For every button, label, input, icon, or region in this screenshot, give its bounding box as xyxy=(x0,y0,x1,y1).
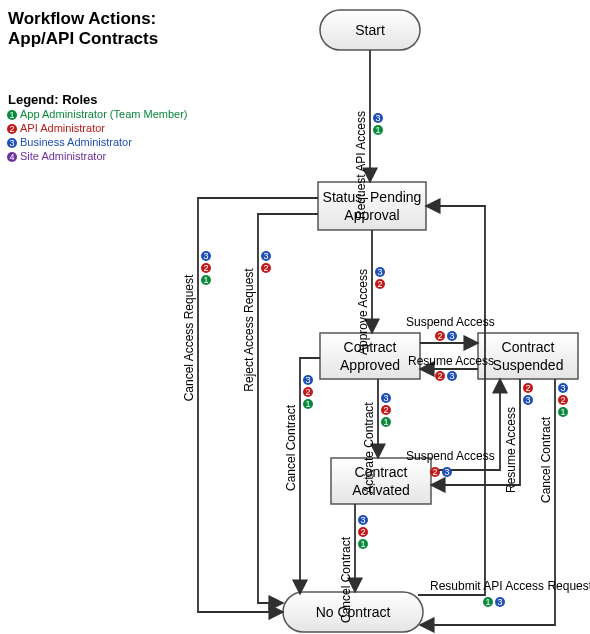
svg-text:Start: Start xyxy=(355,22,385,38)
svg-text:3: 3 xyxy=(497,597,502,607)
legend-item: 3Business Administrator xyxy=(7,136,132,148)
edge-label: Cancel Access Request321 xyxy=(182,251,211,401)
edge-label: Resume Access23 xyxy=(504,383,533,493)
svg-text:3: 3 xyxy=(360,515,365,525)
svg-text:Site Administrator: Site Administrator xyxy=(20,150,107,162)
svg-text:4: 4 xyxy=(9,152,14,162)
diagram-title: Workflow Actions: App/API Contracts xyxy=(8,9,158,48)
svg-text:3: 3 xyxy=(263,251,268,261)
svg-text:1: 1 xyxy=(305,399,310,409)
svg-text:2: 2 xyxy=(432,467,437,477)
svg-text:3: 3 xyxy=(305,375,310,385)
svg-text:Suspend Access: Suspend Access xyxy=(406,315,495,329)
svg-text:2: 2 xyxy=(525,383,530,393)
svg-text:1: 1 xyxy=(9,110,14,120)
svg-text:Contract: Contract xyxy=(502,339,555,355)
legend-item: 1App Administrator (Team Member) xyxy=(7,108,188,120)
svg-text:2: 2 xyxy=(203,263,208,273)
svg-text:App/API Contracts: App/API Contracts xyxy=(8,29,158,48)
node-pending-approval: Status: Pending Approval xyxy=(318,182,426,230)
svg-text:2: 2 xyxy=(9,124,14,134)
svg-text:Resume Access: Resume Access xyxy=(504,407,518,493)
svg-text:3: 3 xyxy=(560,383,565,393)
svg-text:Workflow Actions:: Workflow Actions: xyxy=(8,9,156,28)
svg-text:2: 2 xyxy=(263,263,268,273)
svg-text:Cancel Contract: Cancel Contract xyxy=(539,416,553,503)
node-contract-activated: Contract Activated xyxy=(331,458,431,504)
svg-text:1: 1 xyxy=(360,539,365,549)
svg-text:Resume Access: Resume Access xyxy=(408,354,494,368)
edge-label: Cancel Contract321 xyxy=(539,383,568,503)
node-contract-approved: Contract Approved xyxy=(320,333,420,379)
svg-text:API Administrator: API Administrator xyxy=(20,122,105,134)
svg-text:3: 3 xyxy=(449,331,454,341)
svg-text:2: 2 xyxy=(383,405,388,415)
svg-text:Reject Access Request: Reject Access Request xyxy=(242,268,256,392)
svg-text:No Contract: No Contract xyxy=(316,604,391,620)
edge-resubmit xyxy=(418,206,485,595)
svg-text:1: 1 xyxy=(485,597,490,607)
svg-text:2: 2 xyxy=(437,371,442,381)
svg-text:2: 2 xyxy=(305,387,310,397)
svg-text:2: 2 xyxy=(560,395,565,405)
svg-text:Approval: Approval xyxy=(344,207,399,223)
legend-item: 2API Administrator xyxy=(7,122,105,134)
svg-text:App Administrator (Team Member: App Administrator (Team Member) xyxy=(20,108,188,120)
svg-text:Activate Contract: Activate Contract xyxy=(362,402,376,494)
svg-text:2: 2 xyxy=(377,279,382,289)
legend-item: 4Site Administrator xyxy=(7,150,107,162)
svg-text:Status: Pending: Status: Pending xyxy=(323,189,422,205)
svg-text:Cancel Contract: Cancel Contract xyxy=(339,536,353,623)
svg-text:3: 3 xyxy=(203,251,208,261)
svg-text:Suspend Access: Suspend Access xyxy=(406,449,495,463)
svg-text:3: 3 xyxy=(383,393,388,403)
svg-text:1: 1 xyxy=(203,275,208,285)
svg-text:Legend: Roles: Legend: Roles xyxy=(8,92,98,107)
svg-text:Approved: Approved xyxy=(340,357,400,373)
svg-text:1: 1 xyxy=(375,125,380,135)
svg-text:Suspended: Suspended xyxy=(493,357,564,373)
edge-label: Reject Access Request32 xyxy=(242,251,271,392)
svg-text:Activated: Activated xyxy=(352,482,410,498)
svg-text:3: 3 xyxy=(377,267,382,277)
edge-label: Cancel Contract321 xyxy=(284,375,313,491)
svg-text:2: 2 xyxy=(437,331,442,341)
node-start: Start xyxy=(320,10,420,50)
svg-text:1: 1 xyxy=(560,407,565,417)
svg-text:Request API Access: Request API Access xyxy=(354,111,368,219)
svg-text:3: 3 xyxy=(444,467,449,477)
svg-text:1: 1 xyxy=(383,417,388,427)
svg-text:3: 3 xyxy=(525,395,530,405)
svg-text:3: 3 xyxy=(449,371,454,381)
svg-text:2: 2 xyxy=(360,527,365,537)
svg-text:Contract: Contract xyxy=(344,339,397,355)
node-no-contract: No Contract xyxy=(283,592,423,632)
svg-text:Cancel Contract: Cancel Contract xyxy=(284,404,298,491)
edge-label: Resubmit API Access Request13 xyxy=(430,579,590,607)
svg-text:Resubmit API Access Request: Resubmit API Access Request xyxy=(430,579,590,593)
svg-text:Cancel Access Request: Cancel Access Request xyxy=(182,274,196,401)
legend: Legend: Roles 1App Administrator (Team M… xyxy=(7,92,188,162)
svg-text:Business Administrator: Business Administrator xyxy=(20,136,132,148)
svg-text:3: 3 xyxy=(375,113,380,123)
svg-text:Approve Access: Approve Access xyxy=(356,269,370,355)
svg-text:3: 3 xyxy=(9,138,14,148)
